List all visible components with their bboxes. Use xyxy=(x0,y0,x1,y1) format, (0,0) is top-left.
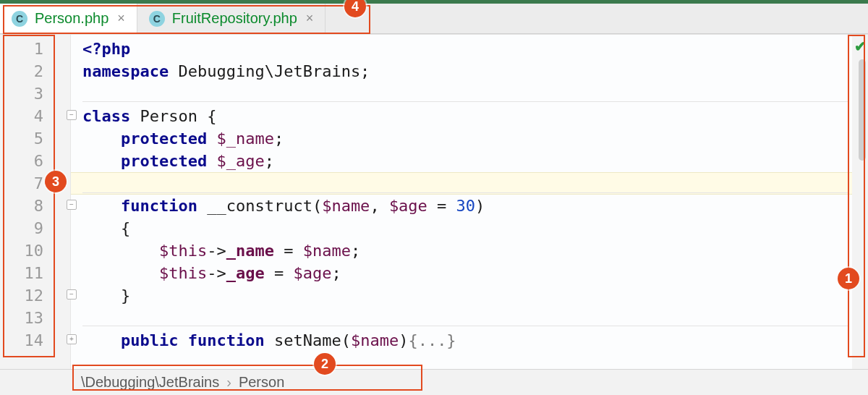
code-line: protected $_name; xyxy=(82,127,852,150)
line-number: 1 xyxy=(0,38,43,60)
line-number: 6 xyxy=(0,150,43,172)
line-number: 14 xyxy=(0,329,43,352)
tab-fruitrepository-php[interactable]: C FruitRepository.php × xyxy=(137,4,326,33)
code-line: public function setName($name){...} xyxy=(82,329,852,352)
scrollbar-thumb[interactable] xyxy=(859,59,866,161)
class-file-icon: C xyxy=(12,11,27,27)
code-line: $this->_name = $name; xyxy=(82,239,852,262)
breadcrumb-class[interactable]: Person xyxy=(239,374,284,391)
code-line: protected $_age; xyxy=(82,150,852,172)
analysis-stripe[interactable]: ✔ xyxy=(852,35,868,369)
annotation-badge-3: 3 xyxy=(45,171,67,192)
close-icon[interactable]: × xyxy=(116,11,127,26)
separator xyxy=(82,192,849,193)
tab-label: FruitRepository.php xyxy=(172,10,297,27)
code-line: namespace Debugging\JetBrains; xyxy=(82,60,852,82)
line-number: 5 xyxy=(0,127,43,150)
code-line: } xyxy=(82,284,852,307)
tab-label: Person.php xyxy=(35,10,109,27)
tab-person-php[interactable]: C Person.php × xyxy=(0,4,137,33)
line-number: 13 xyxy=(0,307,43,329)
line-number: 4 xyxy=(0,105,43,127)
breadcrumb-namespace[interactable]: \Debugging\JetBrains xyxy=(81,374,219,391)
code-line: $this->_age = $age; xyxy=(82,262,852,284)
line-number: 9 xyxy=(0,217,43,239)
line-number: 7 xyxy=(0,172,43,195)
separator xyxy=(82,101,849,102)
editor-shell: 1 2 3 4 5 6 7 8 9 10 11 12 13 14 − − − +… xyxy=(0,34,868,369)
line-number: 10 xyxy=(0,239,43,262)
line-number: 12 xyxy=(0,284,43,307)
code-line: { xyxy=(82,217,852,239)
class-file-icon: C xyxy=(149,11,165,27)
line-number: 11 xyxy=(0,262,43,284)
breadcrumb[interactable]: \Debugging\JetBrains › Person xyxy=(0,369,868,395)
code-line: function __construct($name, $age = 30) xyxy=(82,195,852,217)
separator xyxy=(82,326,849,326)
editor-tabbar: C Person.php × C FruitRepository.php × xyxy=(0,4,868,34)
line-number: 8 xyxy=(0,195,43,217)
code-line-current xyxy=(71,172,852,195)
code-line: <?php xyxy=(82,38,852,60)
line-number-gutter[interactable]: 1 2 3 4 5 6 7 8 9 10 11 12 13 14 − − − + xyxy=(0,35,71,369)
ide-editor-frame: C Person.php × C FruitRepository.php × 1… xyxy=(0,0,868,395)
code-area[interactable]: <?php namespace Debugging\JetBrains; cla… xyxy=(71,35,852,369)
analysis-ok-check-icon: ✔ xyxy=(854,38,867,55)
annotation-badge-1: 1 xyxy=(838,268,859,289)
line-number: 3 xyxy=(0,82,43,105)
code-line: class Person { xyxy=(82,105,852,127)
breadcrumb-separator-icon: › xyxy=(226,374,231,391)
line-number: 2 xyxy=(0,60,43,82)
close-icon[interactable]: × xyxy=(305,11,315,26)
annotation-badge-2: 2 xyxy=(314,353,336,375)
